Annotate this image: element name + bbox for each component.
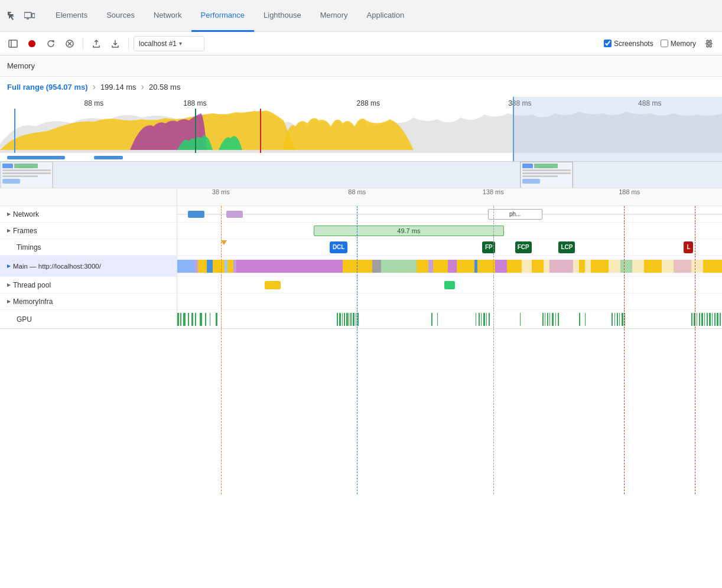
network-bar-blue xyxy=(188,211,204,218)
svg-rect-34 xyxy=(233,260,236,273)
range-2-label[interactable]: 20.58 ms xyxy=(149,83,180,92)
profile-selector[interactable]: localhost #1 ▾ xyxy=(134,36,204,51)
vline-blue-3 xyxy=(357,239,357,255)
svg-point-12 xyxy=(708,43,710,45)
divider-1 xyxy=(83,38,83,50)
memoryinfra-expand-icon[interactable]: ▶ xyxy=(7,299,11,304)
memory-checkbox[interactable] xyxy=(661,40,668,47)
reload-record-button[interactable] xyxy=(43,35,59,52)
device-icon[interactable] xyxy=(22,9,37,23)
screenshots-checkbox-label[interactable]: Screenshots xyxy=(601,40,656,48)
vline-area xyxy=(177,329,722,494)
tab-network[interactable]: Network xyxy=(144,0,191,32)
tab-sources[interactable]: Sources xyxy=(97,0,144,32)
svg-rect-114 xyxy=(717,313,718,326)
svg-rect-96 xyxy=(579,313,580,326)
svg-rect-109 xyxy=(704,313,705,326)
mi-vline-red2 xyxy=(695,293,695,309)
time-88: 88 ms xyxy=(84,99,104,107)
svg-rect-103 xyxy=(625,313,625,326)
memory-checkbox-label[interactable]: Memory xyxy=(658,40,698,48)
svg-rect-23 xyxy=(522,169,571,171)
svg-rect-83 xyxy=(479,313,480,326)
overview-area[interactable]: 88 ms 188 ms 288 ms 388 ms 488 ms xyxy=(0,97,722,188)
svg-rect-57 xyxy=(644,260,662,273)
empty-vline-orange xyxy=(221,329,222,494)
timeline-row-timings: Timings DCL FP FCP LCP L xyxy=(0,239,722,256)
cursor-icon[interactable] xyxy=(5,9,19,23)
upload-button[interactable] xyxy=(88,35,105,52)
svg-rect-110 xyxy=(707,313,708,326)
header-time-138: 138 ms xyxy=(483,188,504,195)
svg-rect-44 xyxy=(457,260,463,273)
full-range-label[interactable]: Full range (954.07 ms) xyxy=(7,83,88,92)
empty-vline-gray xyxy=(493,329,494,494)
mi-vline-blue xyxy=(357,293,357,309)
tab-performance[interactable]: Performance xyxy=(191,0,254,32)
cursor-middle xyxy=(195,109,196,153)
svg-rect-32 xyxy=(225,260,227,273)
svg-rect-31 xyxy=(213,260,225,273)
record-button[interactable] xyxy=(24,35,40,52)
breadcrumb-sep-1: › xyxy=(93,81,96,92)
timings-label: Timings xyxy=(0,239,177,255)
empty-vline-red1 xyxy=(624,329,625,494)
svg-rect-61 xyxy=(180,313,181,326)
svg-rect-88 xyxy=(520,313,521,326)
breadcrumb-sep-2: › xyxy=(141,81,144,92)
timing-lcp[interactable]: LCP xyxy=(558,241,575,253)
time-288: 288 ms xyxy=(357,99,380,107)
svg-rect-17 xyxy=(2,172,51,174)
svg-rect-36 xyxy=(343,260,372,273)
empty-vline-blue xyxy=(357,329,357,494)
memory-label: Memory xyxy=(7,61,35,70)
svg-rect-74 xyxy=(346,313,348,326)
header-spacer xyxy=(0,188,177,205)
timing-l[interactable]: L xyxy=(684,241,693,253)
svg-rect-33 xyxy=(227,260,233,273)
svg-rect-104 xyxy=(691,313,692,326)
svg-rect-4 xyxy=(32,14,35,18)
main-expand-icon[interactable]: ▶ xyxy=(7,263,11,269)
threadpool-label: ▶ Thread pool xyxy=(0,277,177,293)
settings-button[interactable] xyxy=(701,35,717,52)
svg-rect-101 xyxy=(619,313,620,326)
timeline-time-axis: 38 ms 88 ms 138 ms 188 ms xyxy=(177,188,722,205)
vline-red-5 xyxy=(624,239,625,255)
timeline-row-frames: ▶ Frames 49.7 ms xyxy=(0,223,722,239)
frames-label: ▶ Frames xyxy=(0,223,177,239)
frames-expand-icon[interactable]: ▶ xyxy=(7,228,11,233)
svg-rect-19 xyxy=(2,179,20,184)
range-1-label[interactable]: 199.14 ms xyxy=(100,83,136,92)
tab-application[interactable]: Application xyxy=(357,0,414,32)
performance-toolbar: localhost #1 ▾ Screenshots Memory xyxy=(0,32,722,55)
timing-fp[interactable]: FP xyxy=(482,241,495,253)
svg-rect-14 xyxy=(2,164,13,168)
timeline-row-gpu: GPU xyxy=(0,310,722,329)
screenshots-checkbox[interactable] xyxy=(604,40,612,47)
sidebar-toggle-button[interactable] xyxy=(5,35,21,52)
time-188: 188 ms xyxy=(183,99,206,107)
empty-timeline-area xyxy=(0,329,722,494)
timing-dcl[interactable]: DCL xyxy=(330,241,347,253)
svg-rect-27 xyxy=(177,260,195,273)
frame-bar-1[interactable]: 49.7 ms xyxy=(314,226,505,236)
network-expand-icon[interactable]: ▶ xyxy=(7,211,11,217)
memory-header-row: Memory xyxy=(0,55,722,77)
screenshots-strip xyxy=(0,161,722,188)
download-button[interactable] xyxy=(107,35,123,52)
threadpool-expand-icon[interactable]: ▶ xyxy=(7,282,11,288)
tab-memory[interactable]: Memory xyxy=(311,0,357,32)
frames-content: 49.7 ms xyxy=(177,223,722,239)
svg-rect-24 xyxy=(522,172,571,174)
svg-rect-38 xyxy=(381,260,417,273)
divider-2 xyxy=(128,38,129,50)
svg-rect-37 xyxy=(372,260,381,273)
timing-fcp[interactable]: FCP xyxy=(515,241,532,253)
tab-lighthouse[interactable]: Lighthouse xyxy=(254,0,311,32)
svg-rect-30 xyxy=(207,260,213,273)
svg-rect-80 xyxy=(431,313,432,326)
clear-button[interactable] xyxy=(61,35,78,52)
tab-elements[interactable]: Elements xyxy=(46,0,97,32)
svg-rect-65 xyxy=(195,313,196,326)
